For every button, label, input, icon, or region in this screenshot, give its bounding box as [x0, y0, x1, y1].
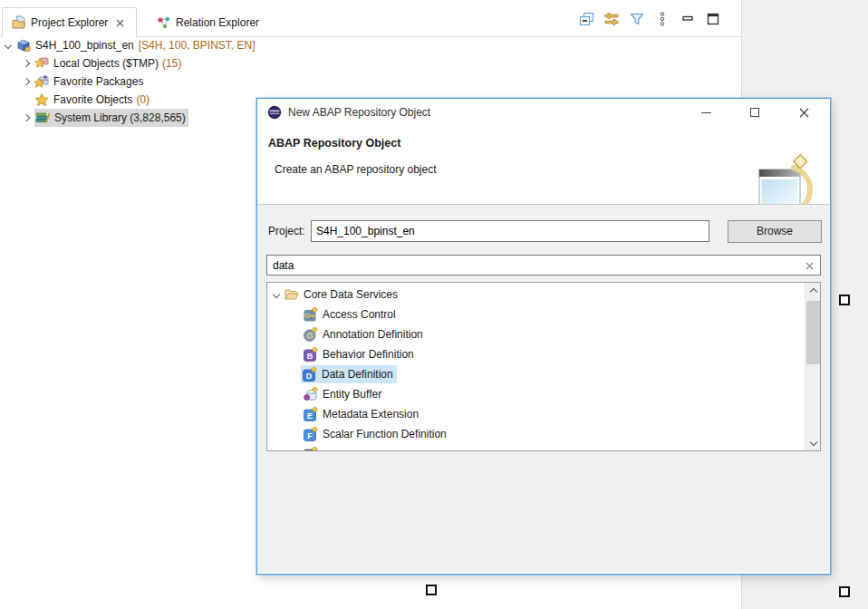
selected-tree-item: System Library (3,828,565) [34, 109, 188, 127]
entity-buffer-icon [304, 387, 318, 401]
tree-item-project-root[interactable]: S4H_100_bpinst_en [S4H, 100, BPINST, EN] [0, 36, 740, 54]
list-item-label: Metadata Extension [323, 408, 419, 420]
tab-close-icon[interactable] [112, 15, 127, 30]
dialog-titlebar[interactable]: New ABAP Repository Object [257, 99, 830, 126]
svg-text:E: E [307, 411, 313, 420]
collapse-all-icon [579, 12, 594, 27]
favorite-objects-icon [34, 92, 49, 107]
scroll-down-icon [809, 438, 816, 445]
list-item-partial[interactable] [267, 445, 323, 451]
list-item-label: Entity Buffer [323, 388, 381, 401]
metadata-extension-icon: E [304, 407, 318, 421]
tree-item-count: (15) [162, 57, 181, 70]
project-label: Project: [268, 225, 305, 237]
link-with-editor-icon [603, 12, 620, 26]
list-item-scalar-function-definition[interactable]: F Scalar Function Definition [267, 425, 447, 443]
chevron-expanded-icon[interactable] [5, 42, 12, 49]
tab-project-explorer[interactable]: Project Explorer [2, 7, 137, 37]
tab-relation-explorer[interactable]: Relation Explorer [148, 7, 268, 37]
dialog-banner: ABAP Repository Object Create an ABAP re… [257, 126, 830, 204]
chevron-collapsed-icon[interactable] [23, 78, 30, 85]
abap-project-icon [16, 38, 31, 53]
selected-list-item: D Data Definition [301, 365, 397, 383]
tree-item-favorite-packages[interactable]: Favorite Packages [0, 72, 740, 91]
minimize-view-button[interactable] [680, 11, 696, 27]
filter-input[interactable] [267, 256, 798, 275]
svg-text:B: B [307, 352, 313, 361]
window-maximize-button[interactable] [739, 99, 770, 126]
list-group-core-data-services[interactable]: Core Data Services [267, 285, 398, 304]
favorite-packages-icon [34, 74, 49, 89]
list-item-data-definition[interactable]: D Data Definition [267, 365, 397, 383]
tree-item-label: S4H_100_bpinst_en [35, 39, 134, 52]
svg-text:@: @ [305, 331, 313, 340]
system-library-icon [35, 111, 50, 125]
dialog-content: Project: Browse C [257, 205, 830, 572]
tab-label: Relation Explorer [176, 16, 259, 29]
project-input[interactable] [311, 220, 709, 242]
object-icon [304, 447, 318, 451]
list-item-access-control[interactable]: Access Control [267, 305, 396, 324]
chevron-expanded-icon[interactable] [273, 291, 280, 298]
selection-handle-bottom[interactable] [426, 585, 437, 595]
filter-button[interactable] [629, 11, 645, 27]
tab-label: Project Explorer [31, 16, 108, 29]
tree-item-local-objects[interactable]: Local Objects ($TMP) (15) [0, 54, 740, 72]
list-item-label: Annotation Definition [323, 328, 423, 341]
link-with-editor-button[interactable] [603, 11, 620, 27]
new-abap-repository-object-dialog: New ABAP Repository Object ABAP Reposito… [256, 98, 831, 575]
list-item-behavior-definition[interactable]: B Behavior Definition [267, 345, 414, 363]
view-toolbar [578, 11, 721, 27]
view-menu-icon [659, 12, 666, 26]
dialog-title: New ABAP Repository Object [288, 106, 430, 119]
chevron-collapsed-icon[interactable] [23, 114, 30, 121]
browse-button[interactable]: Browse [728, 220, 822, 243]
list-item-label: Data Definition [322, 368, 393, 381]
project-explorer-icon [12, 15, 26, 30]
clear-filter-icon[interactable] [802, 258, 816, 273]
filter-icon [630, 12, 644, 26]
maximize-view-icon [706, 12, 720, 26]
window-minimize-button[interactable] [690, 99, 721, 126]
tree-item-count: (0) [136, 93, 149, 106]
scroll-up-icon [809, 287, 816, 295]
view-menu-button[interactable] [654, 11, 670, 27]
list-item-label: Behavior Definition [323, 348, 414, 361]
list-item-metadata-extension[interactable]: E Metadata Extension [267, 405, 419, 423]
tree-item-label: Favorite Objects [53, 93, 132, 106]
folder-icon [285, 287, 299, 302]
collapse-all-button[interactable] [578, 11, 594, 27]
dialog-description: Create an ABAP repository object [275, 163, 437, 176]
tree-item-decoration: [S4H, 100, BPINST, EN] [139, 39, 256, 52]
eclipse-workbench: Project Explorer Relation Explorer [0, 0, 868, 609]
selection-handle-bottom-right[interactable] [839, 586, 850, 597]
view-tabbar: Project Explorer Relation Explorer [0, 0, 741, 37]
dialog-heading: ABAP Repository Object [268, 137, 400, 150]
close-icon [799, 108, 809, 118]
minimize-view-icon [680, 12, 695, 26]
scrollbar-thumb[interactable] [806, 301, 820, 364]
svg-text:F: F [307, 431, 313, 440]
scroll-down-button[interactable] [805, 436, 821, 450]
svg-text:D: D [306, 372, 313, 381]
list-item-label: Access Control [323, 308, 396, 321]
scalar-function-definition-icon: F [304, 427, 318, 441]
annotation-definition-icon: @ [304, 327, 318, 342]
behavior-definition-icon: B [304, 347, 318, 362]
filter-field [266, 255, 821, 276]
maximize-icon [750, 108, 759, 117]
list-scrollbar[interactable] [805, 283, 820, 450]
data-definition-icon: D [303, 367, 317, 382]
list-item-entity-buffer[interactable]: Entity Buffer [267, 385, 381, 403]
list-group-label: Core Data Services [304, 288, 398, 301]
relation-explorer-icon [157, 15, 171, 30]
window-close-button[interactable] [788, 99, 819, 126]
tree-item-label: Favorite Packages [53, 75, 143, 88]
tree-item-label: Local Objects ($TMP) [53, 57, 159, 70]
scroll-up-button[interactable] [805, 283, 821, 297]
selection-handle-right[interactable] [839, 295, 850, 305]
list-item-annotation-definition[interactable]: @ Annotation Definition [267, 325, 423, 343]
chevron-collapsed-icon[interactable] [23, 60, 30, 67]
maximize-view-button[interactable] [705, 11, 721, 27]
local-objects-icon [34, 56, 49, 71]
